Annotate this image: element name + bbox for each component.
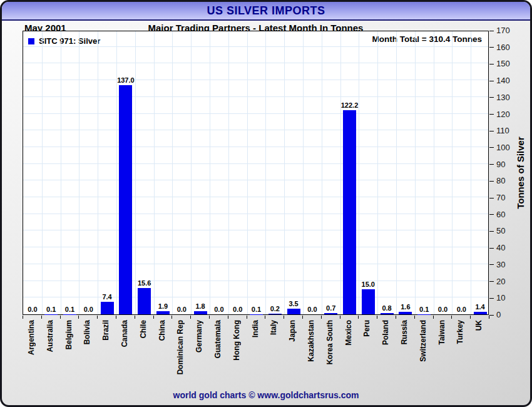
bar-value-label: 7.4 (98, 293, 116, 301)
x-axis-category-label: Bolivia (83, 320, 91, 344)
vertical-gridline (303, 31, 304, 314)
x-axis-tick (23, 316, 23, 319)
bar-uk (474, 312, 487, 314)
x-axis-category-label: Turkey (456, 320, 464, 344)
x-axis-category-label: Peru (362, 320, 371, 337)
legend-label: SITC 971: Silver (39, 36, 100, 46)
bar-brazil (101, 302, 114, 314)
bar-value-label: 3.5 (284, 300, 303, 307)
y-axis-tick (489, 198, 494, 198)
bar-value-label: 15.6 (135, 279, 154, 287)
horizontal-gridline (23, 96, 488, 97)
x-axis-tick (340, 316, 340, 319)
y-axis-tick (489, 81, 494, 81)
bar-mexico (343, 110, 356, 314)
y-axis-tick (489, 315, 494, 316)
x-axis-category-label: Dominican Rep (176, 320, 185, 374)
x-axis-tick (358, 316, 359, 319)
y-axis-tick (489, 298, 494, 299)
bar-value-label: 122.2 (340, 101, 359, 109)
x-axis-tick (153, 316, 154, 319)
x-axis-tick (228, 316, 228, 319)
bar-value-label: 0.0 (172, 306, 191, 313)
vertical-gridline (359, 31, 359, 314)
y-axis-tick (489, 181, 494, 182)
footer-credit: world gold charts © www.goldchartsrus.co… (2, 390, 530, 400)
bar-japan (287, 309, 300, 314)
vertical-gridline (322, 31, 322, 314)
bar-value-label: 0.8 (377, 304, 396, 312)
vertical-gridline (79, 31, 79, 314)
bar-value-label: 0.0 (228, 306, 247, 313)
y-axis-tick (489, 248, 494, 249)
y-axis-tick-label: 70 (496, 193, 505, 202)
bar-korea-south (324, 313, 337, 314)
bar-value-label: 0.0 (210, 306, 228, 313)
x-axis-tick (78, 316, 79, 319)
bar-value-label: 137.0 (116, 76, 135, 84)
bar-value-label: 1.4 (471, 303, 489, 311)
y-axis-tick (489, 231, 494, 232)
x-axis-tick (451, 316, 452, 319)
bar-value-label: 15.0 (359, 281, 377, 288)
x-axis-category-label: Russia (400, 320, 409, 344)
bar-value-label: 0.0 (23, 306, 42, 313)
bar-value-label: 0.0 (434, 306, 453, 313)
x-axis-tick (209, 316, 210, 319)
y-axis-tick (489, 214, 494, 215)
horizontal-gridline (23, 281, 488, 281)
legend-swatch (28, 38, 34, 44)
horizontal-gridline (23, 163, 488, 164)
y-axis-tick-label: 100 (496, 143, 510, 152)
vertical-gridline (377, 31, 378, 314)
x-axis-category-label: Korea South (325, 320, 334, 364)
y-axis-tick (489, 97, 494, 98)
y-axis-tick-label: 160 (496, 43, 510, 52)
x-axis-category-label: Belgium (64, 320, 73, 349)
horizontal-gridline (23, 264, 488, 264)
vertical-gridline (396, 31, 397, 314)
x-axis-tick (135, 316, 135, 319)
y-axis-tick-label: 150 (496, 59, 510, 68)
y-axis-tick-label: 110 (496, 126, 509, 135)
y-axis-tick (489, 64, 494, 64)
vertical-gridline (116, 31, 117, 314)
x-axis-category-label: China (158, 320, 166, 341)
bar-value-label: 0.1 (415, 306, 434, 313)
x-axis-tick (190, 316, 191, 319)
y-axis-tick-label: 120 (496, 110, 510, 119)
bar-italy (269, 314, 282, 314)
horizontal-gridline (23, 180, 488, 180)
bar-germany (194, 311, 207, 314)
x-axis-tick (284, 316, 284, 319)
chart-title: US SILVER IMPORTS (207, 4, 325, 18)
x-axis-tick (302, 316, 303, 319)
x-axis-category-label: Argentina (27, 320, 36, 355)
x-axis-tick (396, 316, 396, 319)
bar-russia (399, 312, 412, 314)
x-axis-category-label: Canada (120, 320, 129, 347)
y-axis-tick (489, 264, 494, 265)
x-axis-tick (489, 316, 489, 319)
vertical-gridline (191, 31, 192, 314)
y-axis-tick-label: 0 (496, 310, 501, 319)
y-axis-tick-label: 30 (496, 260, 505, 269)
x-axis-category-label: UK (474, 320, 483, 331)
horizontal-gridline (23, 113, 488, 114)
vertical-gridline (210, 31, 210, 314)
horizontal-gridline (23, 230, 488, 230)
vertical-gridline (434, 31, 434, 314)
y-axis-tick-label: 90 (496, 160, 505, 169)
bar-value-label: 0.7 (322, 304, 340, 312)
title-bar: US SILVER IMPORTS (2, 2, 530, 21)
x-axis-tick (171, 316, 172, 319)
bar-value-label: 1.9 (154, 302, 173, 310)
vertical-gridline (228, 31, 229, 314)
x-axis-tick (116, 316, 116, 319)
x-axis-category-label: Poland (381, 320, 390, 345)
x-axis-tick (41, 316, 42, 319)
y-axis-tick (489, 47, 494, 48)
y-axis-tick (489, 31, 494, 31)
y-axis-tick-label: 170 (496, 26, 510, 35)
x-axis-tick (265, 316, 265, 319)
